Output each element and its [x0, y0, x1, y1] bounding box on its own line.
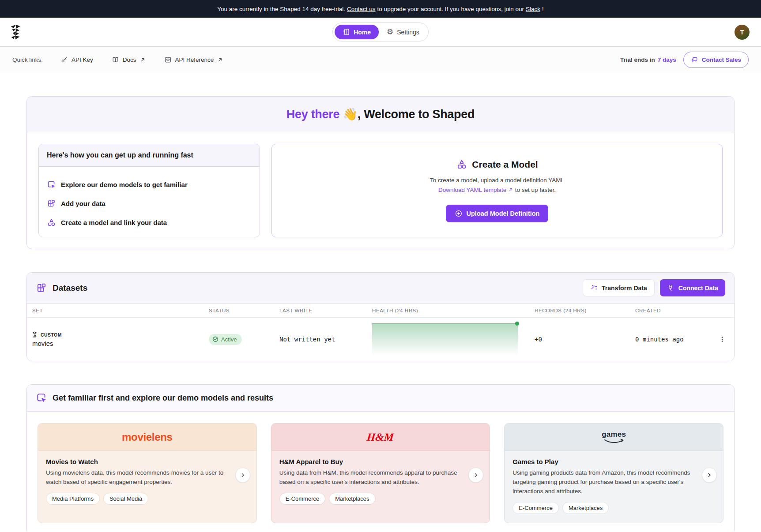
amazon-smile-icon	[604, 439, 624, 444]
status-badge: Active	[209, 334, 242, 345]
quicklink-api-key[interactable]: API Key	[60, 56, 93, 64]
key-icon	[60, 56, 68, 64]
banner-link-slack[interactable]: Slack	[526, 6, 540, 12]
quicklink-api-reference[interactable]: API Reference	[164, 56, 223, 64]
welcome-card: Hey there 👋, Welcome to Shaped Here's ho…	[26, 96, 735, 249]
dataset-health-cell	[372, 323, 535, 355]
plug-icon	[667, 284, 674, 292]
trial-prefix: Trial ends in	[620, 56, 655, 63]
upload-model-definition-button[interactable]: Upload Model Definition	[446, 205, 549, 222]
column-header-set: SET	[32, 308, 209, 313]
datasets-header: Datasets Transform Data Connect Data	[27, 273, 734, 303]
column-header-last-write: LAST WRITE	[279, 308, 372, 313]
demo-card-movies-to-watch[interactable]: movielens Movies to Watch Using movielen…	[38, 423, 257, 523]
transform-data-button[interactable]: Transform Data	[583, 279, 655, 296]
chevron-right-icon	[706, 472, 713, 479]
step-label: Explore our demo models to get familiar	[61, 181, 188, 188]
main-nav-pill: Home ⚙ Settings	[332, 22, 429, 41]
nav-home-label: Home	[354, 29, 371, 36]
chevron-right-icon	[472, 472, 479, 479]
welcome-body: Here's how you can get up and running fa…	[27, 132, 734, 249]
nav-home-button[interactable]: Home	[335, 25, 379, 39]
tag-chip: Media Platforms	[46, 493, 100, 505]
tag-chip: E-Commerce	[512, 502, 559, 514]
demo-card-content: Games to Play Using gaming products data…	[505, 451, 723, 523]
main-content: Hey there 👋, Welcome to Shaped Here's ho…	[26, 96, 735, 532]
trial-banner: You are currently in the Shaped 14 day f…	[0, 0, 761, 18]
quicklink-docs-label: Docs	[123, 56, 136, 63]
nav-settings-label: Settings	[397, 29, 419, 36]
open-demo-button[interactable]	[235, 468, 250, 483]
shaped-logo-icon[interactable]	[10, 24, 22, 40]
column-header-records: RECORDS (24 HRS)	[535, 308, 635, 313]
download-yaml-link[interactable]: Download YAML template	[438, 187, 513, 193]
cursor-card-icon	[47, 180, 56, 189]
quick-links-bar: Quick links: API Key Docs API Reference …	[0, 47, 761, 73]
datasets-card: Datasets Transform Data Connect Data SET…	[26, 272, 735, 361]
demo-models-section: Get familiar first and explore our demo …	[26, 384, 735, 532]
amazon-games-logo: games	[602, 430, 626, 444]
datasets-table-header: SET STATUS LAST WRITE HEALTH (24 HRS) RE…	[27, 303, 734, 318]
demo-models-header: Get familiar first and explore our demo …	[27, 385, 734, 412]
health-dot	[515, 322, 519, 326]
demo-card-games-to-play[interactable]: games Games to Play Using gaming product…	[504, 423, 723, 523]
chat-icon	[691, 56, 698, 64]
open-demo-button[interactable]	[702, 468, 717, 483]
dataset-type: CUSTOM	[32, 331, 209, 338]
datasets-icon	[36, 282, 47, 294]
column-header-created: CREATED	[635, 308, 709, 313]
last-write-value: Not written yet	[279, 336, 372, 343]
grid-blocks-icon	[47, 199, 56, 208]
contact-sales-button[interactable]: Contact Sales	[683, 52, 749, 68]
contact-sales-label: Contact Sales	[702, 56, 741, 63]
connect-data-label: Connect Data	[678, 285, 718, 292]
external-arrow-icon	[140, 57, 146, 63]
avatar-initial: T	[740, 29, 744, 36]
step-add-your-data[interactable]: Add your data	[47, 199, 252, 208]
gear-icon: ⚙	[387, 28, 393, 36]
quick-links-label: Quick links:	[12, 56, 43, 63]
dataset-type-badge: CUSTOM	[41, 332, 62, 337]
demo-card-tags: Media Platforms Social Media	[46, 493, 249, 505]
dataset-row-movies[interactable]: CUSTOM movies Active Not written yet +0 …	[27, 318, 734, 361]
banner-link-contact-us[interactable]: Contact us	[347, 6, 376, 12]
banner-text-mid: to upgrade your account. If you have que…	[377, 6, 524, 12]
health-line	[372, 323, 518, 324]
create-model-description-line: To create a model, upload a model defini…	[430, 177, 564, 184]
row-menu-button[interactable]	[716, 333, 729, 346]
chevron-right-icon	[239, 472, 246, 479]
quicklink-api-reference-label: API Reference	[175, 56, 214, 63]
tag-chip: Social Media	[103, 493, 148, 505]
user-avatar[interactable]: T	[735, 25, 750, 40]
step-label: Create a model and link your data	[61, 219, 167, 226]
transform-data-label: Transform Data	[602, 285, 647, 292]
upload-model-definition-label: Upload Model Definition	[467, 210, 540, 217]
quicklink-docs[interactable]: Docs	[112, 56, 146, 64]
datasets-title: Datasets	[53, 283, 87, 293]
trial-days: 7 days	[658, 56, 676, 63]
step-create-model[interactable]: Create a model and link your data	[47, 218, 252, 227]
hm-logo: H&M	[366, 431, 395, 443]
docs-icon	[112, 56, 119, 64]
plus-circle-icon	[455, 210, 463, 217]
hm-logo-band: H&M	[271, 423, 490, 451]
create-model-title: Create a Model	[472, 159, 538, 170]
movielens-logo: movielens	[122, 431, 173, 443]
status-label: Active	[221, 336, 237, 343]
games-logo-band: games	[505, 423, 723, 451]
welcome-rest: , Welcome to Shaped	[358, 108, 475, 121]
connect-data-button[interactable]: Connect Data	[660, 279, 725, 296]
column-header-health: HEALTH (24 HRS)	[372, 308, 535, 313]
step-explore-demo-models[interactable]: Explore our demo models to get familiar	[47, 180, 252, 189]
demo-card-hm-apparel[interactable]: H&M H&M Apparel to Buy Using data from H…	[271, 423, 490, 523]
shaped-mini-logo-icon	[32, 331, 38, 338]
create-model-card: Create a Model To create a model, upload…	[271, 144, 723, 237]
demo-models-list: movielens Movies to Watch Using movielen…	[27, 412, 734, 532]
getting-started-title: Here's how you can get up and running fa…	[39, 144, 260, 167]
demo-card-content: H&M Apparel to Buy Using data from H&M, …	[271, 451, 490, 515]
banner-text-end: !	[542, 6, 544, 12]
nav-settings-button[interactable]: ⚙ Settings	[380, 25, 426, 39]
kebab-icon	[718, 335, 726, 343]
demo-card-description: Using gaming products data from Amazon, …	[512, 468, 715, 496]
wand-icon	[590, 284, 598, 292]
